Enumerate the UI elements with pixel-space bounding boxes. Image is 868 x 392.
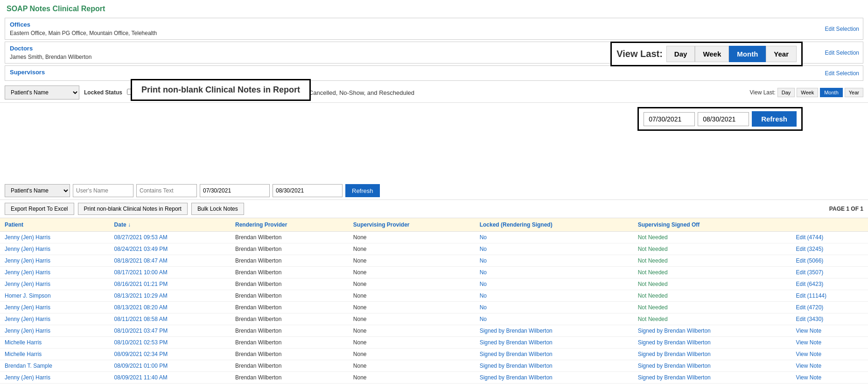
locked-link[interactable]: Signed by Brendan Wilberton [480, 351, 553, 357]
action-link[interactable]: View Note [796, 351, 821, 357]
cell-action: Edit (4744) [791, 232, 868, 243]
signed-off-value: Signed by Brendan Wilberton [638, 363, 711, 369]
export-excel-btn[interactable]: Export Report To Excel [5, 203, 74, 215]
date-link[interactable]: 08/09/2021 11:40 AM [114, 374, 168, 381]
date-link[interactable]: 08/13/2021 08:20 AM [114, 304, 168, 311]
action-link[interactable]: View Note [796, 328, 821, 334]
locked-link[interactable]: No [480, 257, 487, 264]
locked-link[interactable]: Signed by Brendan Wilberton [480, 328, 553, 334]
date-link[interactable]: 08/24/2021 03:49 PM [114, 246, 168, 252]
locked-link[interactable]: No [480, 281, 487, 287]
patient-link[interactable]: Jenny (Jen) Harris [5, 234, 50, 241]
cell-date: 08/13/2021 10:29 AM [110, 290, 231, 302]
cell-action: View Note [791, 372, 868, 384]
patient-link[interactable]: Jenny (Jen) Harris [5, 281, 50, 287]
signed-off-value: Not Needed [638, 292, 668, 299]
search-date-end[interactable] [273, 184, 343, 197]
patient-link[interactable]: Jenny (Jen) Harris [5, 304, 50, 311]
view-day-btn-small[interactable]: Day [777, 88, 795, 97]
bulk-lock-btn[interactable]: Bulk Lock Notes [191, 203, 244, 215]
contains-text-input[interactable] [136, 184, 197, 197]
date-link[interactable]: 08/17/2021 10:00 AM [114, 269, 168, 276]
view-week-btn-small[interactable]: Week [797, 88, 818, 97]
col-supervising[interactable]: Supervising Provider [349, 218, 475, 232]
locked-link[interactable]: Signed by Brendan Wilberton [480, 374, 553, 381]
view-year-btn-small[interactable]: Year [845, 88, 863, 97]
date-link[interactable]: 08/09/2021 01:00 PM [114, 363, 168, 369]
patient-name-search[interactable]: Patient's Name [5, 184, 70, 197]
search-date-start[interactable] [200, 184, 270, 197]
view-year-btn-large[interactable]: Year [766, 46, 797, 62]
action-link[interactable]: Edit (3430) [796, 316, 824, 322]
patient-link[interactable]: Jenny (Jen) Harris [5, 269, 50, 276]
date-end-large[interactable] [698, 112, 749, 126]
patient-link[interactable]: Brendan T. Sample [5, 363, 52, 369]
locked-link[interactable]: Signed by Brendan Wilberton [480, 363, 553, 369]
search-refresh-btn[interactable]: Refresh [345, 184, 380, 197]
patient-link[interactable]: Jenny (Jen) Harris [5, 328, 50, 334]
date-link[interactable]: 08/10/2021 03:47 PM [114, 328, 168, 334]
col-rendering[interactable]: Rendering Provider [231, 218, 349, 232]
locked-link[interactable]: No [480, 234, 487, 241]
patient-link[interactable]: Homer J. Simpson [5, 292, 51, 299]
view-day-btn-large[interactable]: Day [666, 46, 695, 62]
print-notes-btn[interactable]: Print non-blank Clinical Notes in Report [78, 203, 188, 215]
offices-edit-btn[interactable]: Edit Selection [825, 26, 859, 32]
cell-rendering: Brendan Wilberton [231, 267, 349, 278]
date-link[interactable]: 08/09/2021 02:34 PM [114, 351, 168, 357]
refresh-btn-large[interactable]: Refresh [752, 111, 797, 127]
action-link[interactable]: Edit (5066) [796, 257, 824, 264]
action-link[interactable]: Edit (11144) [796, 292, 826, 299]
view-week-btn-large[interactable]: Week [695, 46, 729, 62]
action-link[interactable]: Edit (3507) [796, 269, 824, 276]
col-patient[interactable]: Patient [0, 218, 110, 232]
doctors-edit-btn[interactable]: Edit Selection [825, 50, 859, 56]
cell-locked: Signed by Brendan Wilberton [475, 325, 633, 337]
cell-signed-off: Not Needed [633, 267, 791, 278]
patient-link[interactable]: Jenny (Jen) Harris [5, 374, 50, 381]
cell-signed-off: Not Needed [633, 255, 791, 267]
patient-link[interactable]: Michelle Harris [5, 351, 42, 357]
cell-action: Edit (4720) [791, 302, 868, 314]
user-name-input[interactable] [73, 184, 133, 197]
col-date[interactable]: Date ↓ [110, 218, 231, 232]
patient-link[interactable]: Jenny (Jen) Harris [5, 246, 50, 252]
date-link[interactable]: 08/27/2021 09:53 AM [114, 234, 168, 241]
action-link[interactable]: Edit (4720) [796, 304, 824, 311]
supervisors-edit-btn[interactable]: Edit Selection [825, 70, 859, 77]
action-link[interactable]: View Note [796, 339, 821, 346]
table-row: Brendan T. Sample 08/09/2021 01:00 PM Br… [0, 360, 868, 372]
date-start-large[interactable] [644, 112, 695, 126]
table-row: Jenny (Jen) Harris 08/18/2021 08:47 AM B… [0, 255, 868, 267]
cell-patient: Jenny (Jen) Harris [0, 278, 110, 290]
locked-link[interactable]: Signed by Brendan Wilberton [480, 339, 553, 346]
date-link[interactable]: 08/10/2021 02:53 PM [114, 339, 168, 346]
patient-name-dropdown-top[interactable]: Patient's Name [5, 86, 79, 100]
view-month-btn-small[interactable]: Month [820, 88, 843, 97]
patient-link[interactable]: Michelle Harris [5, 339, 42, 346]
date-link[interactable]: 08/13/2021 10:29 AM [114, 292, 168, 299]
action-link[interactable]: Edit (4744) [796, 234, 824, 241]
cell-date: 08/09/2021 11:40 AM [110, 372, 231, 384]
locked-link[interactable]: No [480, 304, 487, 311]
action-link[interactable]: Edit (6423) [796, 281, 824, 287]
locked-link[interactable]: No [480, 269, 487, 276]
locked-link[interactable]: No [480, 316, 487, 322]
patient-link[interactable]: Jenny (Jen) Harris [5, 257, 50, 264]
date-link[interactable]: 08/18/2021 08:47 AM [114, 257, 168, 264]
view-month-btn-large[interactable]: Month [729, 46, 766, 62]
col-signed-off[interactable]: Supervising Signed Off [633, 218, 791, 232]
date-link[interactable]: 08/11/2021 08:58 AM [114, 316, 168, 322]
cell-date: 08/09/2021 01:00 PM [110, 360, 231, 372]
action-link[interactable]: View Note [796, 374, 821, 381]
col-locked[interactable]: Locked (Rendering Signed) [475, 218, 633, 232]
date-link[interactable]: 08/16/2021 01:21 PM [114, 281, 168, 287]
action-link[interactable]: View Note [796, 363, 821, 369]
locked-link[interactable]: No [480, 246, 487, 252]
cell-supervising: None [349, 255, 475, 267]
action-link[interactable]: Edit (3245) [796, 246, 824, 252]
signed-off-value: Not Needed [638, 316, 668, 322]
patient-link[interactable]: Jenny (Jen) Harris [5, 316, 50, 322]
locked-link[interactable]: No [480, 292, 487, 299]
cell-date: 08/24/2021 03:49 PM [110, 243, 231, 255]
